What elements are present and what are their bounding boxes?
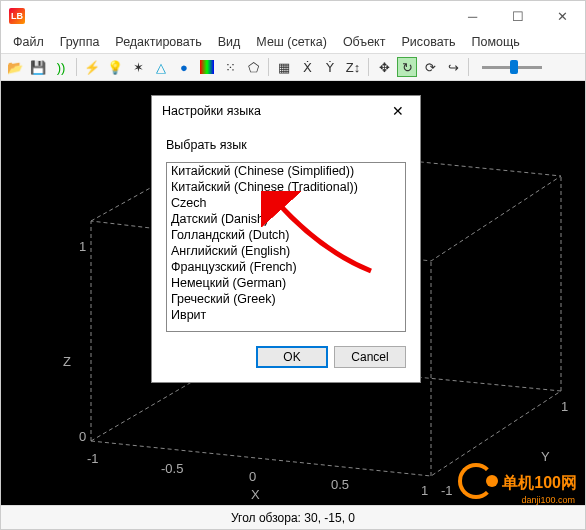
toolbar: 📂 💾 )) ⚡ 💡 ✶ △ ● ⁙ ⬠ ▦ Ẋ Ẏ Z↕ ✥ ↻ ⟳ ↪ bbox=[1, 53, 585, 81]
list-item[interactable]: Греческий (Greek) bbox=[167, 291, 405, 307]
save-icon[interactable]: 💾 bbox=[28, 57, 48, 77]
language-listbox[interactable]: Китайский (Chinese (Simplified)) Китайск… bbox=[166, 162, 406, 332]
list-item[interactable]: Китайский (Chinese (Simplified)) bbox=[167, 163, 405, 179]
menu-draw[interactable]: Рисовать bbox=[395, 33, 461, 51]
list-item[interactable]: Английский (English) bbox=[167, 243, 405, 259]
history-icon[interactable]: ⟳ bbox=[420, 57, 440, 77]
wire-icon[interactable]: ⬠ bbox=[243, 57, 263, 77]
svg-text:1: 1 bbox=[561, 399, 568, 414]
svg-text:0: 0 bbox=[79, 429, 86, 444]
cancel-button[interactable]: Cancel bbox=[334, 346, 406, 368]
list-item[interactable]: Французский (French) bbox=[167, 259, 405, 275]
dots-icon[interactable]: ⁙ bbox=[220, 57, 240, 77]
list-item[interactable]: Китайский (Chinese (Traditional)) bbox=[167, 179, 405, 195]
dialog-title: Настройки языка bbox=[162, 104, 261, 118]
open-icon[interactable]: 📂 bbox=[5, 57, 25, 77]
menu-object[interactable]: Объект bbox=[337, 33, 392, 51]
status-text: Угол обзора: 30, -15, 0 bbox=[231, 511, 355, 525]
menu-mesh[interactable]: Меш (сетка) bbox=[250, 33, 333, 51]
ok-button[interactable]: OK bbox=[256, 346, 328, 368]
list-item[interactable]: Немецкий (German) bbox=[167, 275, 405, 291]
menu-edit[interactable]: Редактировать bbox=[109, 33, 207, 51]
window-titlebar: LB ─ ☐ ✕ bbox=[1, 1, 585, 31]
menu-view[interactable]: Вид bbox=[212, 33, 247, 51]
svg-text:-1: -1 bbox=[441, 483, 453, 498]
watermark: 单机100网 danji100.com bbox=[458, 463, 577, 503]
list-item[interactable]: Голландский (Dutch) bbox=[167, 227, 405, 243]
language-settings-dialog: Настройки языка ✕ Выбрать язык Китайский… bbox=[151, 95, 421, 383]
watermark-url: danji100.com bbox=[521, 495, 575, 505]
list-item[interactable]: Czech bbox=[167, 195, 405, 211]
statusbar: Угол обзора: 30, -15, 0 bbox=[1, 505, 585, 529]
star-icon[interactable]: ✶ bbox=[128, 57, 148, 77]
zoom-slider[interactable] bbox=[482, 66, 542, 69]
app-icon: LB bbox=[9, 8, 25, 24]
bulb-icon[interactable]: 💡 bbox=[105, 57, 125, 77]
minimize-button[interactable]: ─ bbox=[450, 1, 495, 31]
move-icon[interactable]: ✥ bbox=[374, 57, 394, 77]
palette-icon[interactable] bbox=[197, 57, 217, 77]
svg-text:1: 1 bbox=[421, 483, 428, 498]
axis-x-label: X bbox=[251, 487, 260, 502]
grid-icon[interactable]: ▦ bbox=[274, 57, 294, 77]
watermark-text: 单机100网 bbox=[502, 473, 577, 494]
axis-x-icon[interactable]: Ẋ bbox=[297, 57, 317, 77]
axis-z-icon[interactable]: Z↕ bbox=[343, 57, 363, 77]
svg-text:0: 0 bbox=[249, 469, 256, 484]
circle-icon[interactable]: ● bbox=[174, 57, 194, 77]
svg-text:-1: -1 bbox=[87, 451, 99, 466]
select-language-label: Выбрать язык bbox=[166, 138, 406, 152]
svg-text:-0.5: -0.5 bbox=[161, 461, 183, 476]
menubar: Файл Группа Редактировать Вид Меш (сетка… bbox=[1, 31, 585, 53]
axis-z-label: Z bbox=[63, 354, 71, 369]
close-button[interactable]: ✕ bbox=[540, 1, 585, 31]
axis-y-icon[interactable]: Ẏ bbox=[320, 57, 340, 77]
rotate-icon[interactable]: ↻ bbox=[397, 57, 417, 77]
menu-help[interactable]: Помощь bbox=[466, 33, 526, 51]
redo-icon[interactable]: ↪ bbox=[443, 57, 463, 77]
menu-group[interactable]: Группа bbox=[54, 33, 106, 51]
list-item[interactable]: Датский (Danish) bbox=[167, 211, 405, 227]
bolt-icon[interactable]: ⚡ bbox=[82, 57, 102, 77]
list-item[interactable]: Иврит bbox=[167, 307, 405, 323]
maximize-button[interactable]: ☐ bbox=[495, 1, 540, 31]
dialog-close-button[interactable]: ✕ bbox=[386, 103, 410, 119]
svg-text:1: 1 bbox=[79, 239, 86, 254]
axis-y-label: Y bbox=[541, 449, 550, 464]
wifi-icon[interactable]: )) bbox=[51, 57, 71, 77]
svg-text:0.5: 0.5 bbox=[331, 477, 349, 492]
menu-file[interactable]: Файл bbox=[7, 33, 50, 51]
triangle-icon[interactable]: △ bbox=[151, 57, 171, 77]
